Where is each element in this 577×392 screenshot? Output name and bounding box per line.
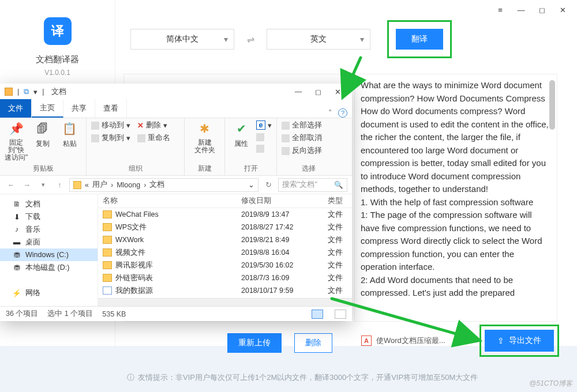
nav-recent-icon[interactable]: ▾ — [37, 181, 50, 189]
pin-icon: 📌 — [8, 120, 24, 137]
nav-item — [0, 274, 98, 287]
translate-button[interactable]: 翻译 — [396, 29, 443, 50]
explorer-tab-share[interactable]: 共享 — [63, 99, 95, 118]
nav-item[interactable]: ⛃Windows (C:) — [0, 248, 98, 261]
column-name[interactable]: 名称 — [98, 196, 241, 206]
new-folder-icon: ✱ — [197, 120, 213, 137]
status-selected: 选中 1 个项目 — [47, 309, 93, 319]
help-icon[interactable]: ? — [338, 108, 347, 118]
pin-label: 固定到"快 速访问" — [5, 139, 28, 162]
explorer-close-icon[interactable]: ✕ — [328, 85, 347, 98]
nav-item[interactable]: ⛃本地磁盘 (D:) — [0, 261, 98, 274]
nav-icon: ⬇ — [13, 213, 21, 221]
source-language-label: 简体中文 — [166, 34, 198, 44]
nav-icon: 🗎 — [13, 200, 21, 208]
export-icon: ⇪ — [497, 336, 504, 345]
view-large-icon[interactable] — [335, 310, 346, 319]
paste-icon: 📋 — [62, 120, 78, 137]
nav-item[interactable]: ♪音乐 — [0, 223, 98, 236]
source-language-select[interactable]: 简体中文 ▾ — [130, 29, 234, 50]
menu-icon[interactable]: ≡ — [495, 5, 505, 15]
explorer-search-input[interactable]: 搜索"文档" 🔍 — [278, 178, 347, 192]
nav-icon: ▬ — [13, 238, 21, 246]
column-type[interactable]: 类型 — [328, 196, 352, 206]
address-bar[interactable]: « 用户 › Mloong › 文档 ⌄ — [69, 178, 258, 192]
minimize-icon[interactable]: — — [516, 5, 526, 15]
horizontal-scrollbar[interactable] — [98, 298, 352, 306]
file-row[interactable]: 外链密码表2018/7/3 16:09文件 — [98, 272, 352, 284]
group-select-label: 选择 — [282, 164, 336, 175]
hint-text: 友情提示：非VIP用户每次仅可上传1个2M以内文件，翻译3000个文字，开通VI… — [138, 372, 478, 383]
app-version: V1.0.0.1 — [44, 69, 70, 77]
swap-languages-icon[interactable]: ⇌ — [240, 34, 261, 45]
folder-icon — [103, 287, 112, 295]
group-clipboard-label: 剪贴板 — [5, 164, 81, 175]
file-explorer-window: | ⧉ ▾ | 文档 — ◻ ✕ 文件 主页 共享 查看 ˄ ? — [0, 84, 352, 321]
folder-icon — [103, 236, 112, 244]
copyto-icon — [91, 134, 99, 142]
nav-back-icon[interactable]: ← — [5, 181, 17, 189]
folder-icon — [103, 223, 112, 231]
export-button[interactable]: ⇪ 导出文件 — [485, 330, 554, 352]
nav-icon: ♪ — [13, 225, 21, 233]
new-folder-button[interactable]: ✱新建 文件夹 — [189, 120, 220, 154]
maximize-icon[interactable]: ◻ — [537, 5, 547, 15]
file-row[interactable]: WXWork2019/8/21 8:49文件 — [98, 233, 352, 246]
result-text: What are the ways to minimize Word docum… — [361, 79, 551, 300]
navigation-pane: 🗎文档⬇下载♪音乐▬桌面⛃Windows (C:)⛃本地磁盘 (D:)⚡网络 — [0, 194, 98, 306]
nav-item[interactable]: ⬇下载 — [0, 210, 98, 223]
qat-sep2: | — [42, 88, 44, 96]
delete-button[interactable]: 删除 — [294, 333, 332, 353]
open-edge-icon[interactable]: e ▾ — [256, 120, 272, 130]
folder-icon — [5, 88, 13, 96]
nav-forward-icon[interactable]: → — [21, 181, 33, 189]
nav-up-icon[interactable]: ↑ — [53, 181, 66, 189]
nav-item[interactable]: ⚡网络 — [0, 287, 98, 299]
pin-to-quick-access[interactable]: 📌 固定到"快 速访问" — [5, 120, 28, 162]
edit-icon[interactable] — [256, 133, 272, 141]
file-row[interactable]: 腾讯影视库2019/5/30 16:02文件 — [98, 259, 352, 272]
ribbon-delete-button[interactable]: ✕ 删除 ▾ — [137, 120, 170, 130]
ribbon-collapse-icon[interactable]: ˄ — [328, 108, 332, 118]
nav-icon: ⛃ — [13, 263, 21, 272]
properties-button[interactable]: ✔属性 — [230, 120, 253, 149]
explorer-minimize-icon[interactable]: — — [288, 85, 308, 98]
file-row[interactable]: 视频文件2019/8/8 16:04文件 — [98, 246, 352, 259]
nav-item[interactable]: 🗎文档 — [0, 198, 98, 210]
qat-chevron-icon[interactable]: ▾ — [33, 88, 38, 96]
address-dropdown-icon[interactable]: ⌄ — [248, 180, 254, 189]
result-pane: What are the ways to minimize Word docum… — [354, 74, 557, 322]
move-icon — [91, 122, 99, 130]
file-row[interactable]: WPS文件2018/8/27 17:42文件 — [98, 221, 352, 233]
qat-share-icon[interactable]: ⧉ — [24, 88, 29, 96]
rename-button[interactable]: 重命名 — [137, 133, 170, 143]
file-row[interactable]: WeChat Files2019/8/9 13:47文件 — [98, 208, 352, 221]
copy-to-button[interactable]: 复制到 ▾ — [91, 133, 130, 143]
explorer-tab-view[interactable]: 查看 — [95, 99, 127, 118]
history-icon[interactable] — [256, 145, 272, 153]
explorer-tab-home[interactable]: 主页 — [32, 99, 63, 118]
select-none-button[interactable]: 全部取消 — [282, 133, 322, 143]
file-row[interactable]: 我的数据源2018/10/17 9:59文件 — [98, 284, 352, 297]
explorer-tab-file[interactable]: 文件 — [0, 99, 32, 118]
target-language-select[interactable]: 英文 ▾ — [267, 29, 370, 50]
move-to-button[interactable]: 移动到 ▾ — [91, 120, 130, 130]
reupload-button[interactable]: 重新上传 — [227, 333, 282, 353]
result-file-chip[interactable]: A 使Word文档压缩最... — [361, 336, 445, 346]
search-placeholder: 搜索"文档" — [282, 180, 317, 190]
column-date[interactable]: 修改日期 — [241, 196, 328, 206]
app-title: 文档翻译器 — [36, 54, 79, 65]
select-all-button[interactable]: 全部选择 — [282, 120, 322, 130]
paste-button[interactable]: 📋粘贴 — [58, 120, 81, 149]
refresh-icon[interactable]: ↻ — [262, 180, 275, 189]
nav-item[interactable]: ▬桌面 — [0, 236, 98, 248]
file-list: 名称 修改日期 类型 WeChat Files2019/8/9 13:47文件W… — [98, 194, 352, 306]
chevron-down-icon: ▾ — [224, 35, 228, 44]
scrollbar-thumb[interactable] — [549, 80, 555, 130]
status-size: 535 KB — [102, 310, 126, 318]
explorer-maximize-icon[interactable]: ◻ — [308, 85, 328, 98]
invert-selection-button[interactable]: 反向选择 — [282, 146, 322, 156]
copy-button[interactable]: 🗐复制 — [31, 120, 54, 149]
view-details-icon[interactable] — [312, 310, 323, 319]
close-icon[interactable]: ✕ — [557, 5, 568, 15]
